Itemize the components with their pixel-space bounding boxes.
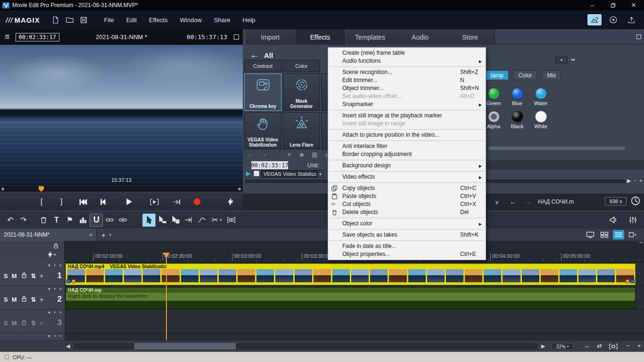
fx-prev-icon[interactable]: ← <box>247 151 253 158</box>
mixer-button[interactable] <box>626 214 639 227</box>
snap-button[interactable] <box>90 214 103 227</box>
zoom-out-button[interactable]: − <box>626 342 630 349</box>
split-dropdown-icon[interactable]: ▾ <box>220 218 222 222</box>
zoom-fit-icon[interactable] <box>609 344 618 351</box>
menu-item-attach-to-picture-position-in-the-video[interactable]: Attach to picture position in the video.… <box>328 131 486 139</box>
view-storyboard-icon[interactable] <box>627 230 638 239</box>
lock-icon[interactable] <box>21 272 27 280</box>
record-center-button[interactable] <box>607 14 619 25</box>
group-button[interactable] <box>103 214 116 227</box>
track-close-button[interactable]: × <box>59 310 62 315</box>
effect-tile-vegas-video-stabilization[interactable]: VEGAS Video Stabilization <box>244 112 281 149</box>
menu-help[interactable]: Help <box>243 16 256 24</box>
clip-handle-right-2[interactable] <box>626 280 629 283</box>
track-add-button[interactable]: + <box>53 263 56 268</box>
track-height-button[interactable]: ⇅ <box>31 320 36 327</box>
panel-menu-icon[interactable] <box>636 34 641 39</box>
track-collapse-button[interactable]: ▾ <box>48 310 50 315</box>
swatch-water[interactable]: Water <box>529 88 553 111</box>
collapse-panel-icon[interactable]: ▸◂ <box>571 57 574 62</box>
menu-item-anti-interlace-filter[interactable]: Anti interlace filter <box>328 142 486 150</box>
swatch-blue[interactable]: Blue <box>505 88 529 111</box>
clock-icon[interactable] <box>630 196 641 207</box>
mouse-mode-select-button[interactable] <box>142 214 156 227</box>
menu-item-object-trimmer[interactable]: Object trimmer...Shift+N <box>328 84 486 92</box>
swatch-black[interactable]: Black <box>505 111 529 134</box>
menu-item-object-properties[interactable]: Object properties...Ctrl+E <box>328 250 486 258</box>
restore-button[interactable] <box>603 0 623 10</box>
save-project-icon[interactable] <box>77 14 91 26</box>
scrub-position-marker[interactable] <box>39 186 44 192</box>
menu-item-delete-objects[interactable]: Delete objectsDel <box>328 208 486 216</box>
new-project-tab-button[interactable]: + <box>101 231 106 239</box>
mute-button[interactable]: M <box>12 272 17 280</box>
preview-timecode[interactable]: 00:02:33:17 <box>16 33 59 41</box>
menu-item-fade-in-date-as-title[interactable]: Fade in date as title... <box>328 242 486 250</box>
media-filename[interactable]: НАД СОЧИ.m <box>538 198 574 205</box>
track-add-button[interactable]: + <box>53 310 56 315</box>
clip-handle-right[interactable] <box>631 280 635 283</box>
menu-item-audio-functions[interactable]: Audio functions▶ <box>328 57 486 65</box>
menu-effects[interactable]: Effects <box>149 16 168 24</box>
track-add-button[interactable]: + <box>53 334 56 338</box>
clip-handle-left-2[interactable] <box>72 280 75 283</box>
menu-item-edit-trimmer[interactable]: Edit trimmer...N <box>328 76 486 84</box>
audio-meter-button[interactable] <box>76 214 90 227</box>
effect-enabled-checkbox[interactable]: ✓ <box>254 171 259 176</box>
bolt-dropdown-icon[interactable]: ▾ <box>231 200 233 204</box>
title-editor-button[interactable]: T <box>50 214 63 227</box>
mark-out-button[interactable]: ] <box>60 192 62 211</box>
effect-tile-mask-generator[interactable]: Mask Generator <box>283 74 320 111</box>
redo-button[interactable]: ↷ <box>17 214 30 227</box>
menu-item-border-cropping-adjustment[interactable]: Border cropping adjustment <box>328 150 486 158</box>
back-arrow-icon[interactable]: ← <box>250 49 259 60</box>
menu-edit[interactable]: Edit <box>126 16 137 24</box>
menu-share[interactable]: Share <box>214 16 231 24</box>
mouse-mode-curve-button[interactable] <box>195 214 208 227</box>
scroll-left-button[interactable]: ◀ <box>66 343 70 349</box>
scrollbar-thumb[interactable] <box>134 343 236 349</box>
chapter-marker-button[interactable]: ⚑ <box>63 214 76 227</box>
pool-zoom-in-icon[interactable]: + <box>639 178 642 183</box>
track-curve-button[interactable]: ÷ <box>40 272 43 280</box>
new-project-icon[interactable] <box>49 14 63 26</box>
menu-item-scene-recognition[interactable]: Scene recognition...Shift+Z <box>328 68 486 76</box>
effect-select[interactable]: VEGAS Video Stabiliza... <box>261 170 317 178</box>
track-curve-button[interactable]: ÷ <box>40 296 43 303</box>
scroll-right-button[interactable]: ▶ <box>541 343 545 349</box>
record-button[interactable] <box>193 192 201 211</box>
playhead-line[interactable] <box>166 257 167 340</box>
mute-button[interactable]: M <box>12 296 17 303</box>
zoom-in-button[interactable]: + <box>637 342 641 349</box>
zoom-swap-icon[interactable]: ⇄ <box>597 342 602 349</box>
track-close-button[interactable]: × <box>59 263 62 268</box>
audio-clip[interactable]: НАД СОЧИ.mр Right click to display the w… <box>66 287 636 309</box>
zoom-level-chip[interactable]: 22%▾ <box>552 343 573 350</box>
effect-select-dropdown-icon[interactable]: ▾ <box>317 170 324 178</box>
category-contrast[interactable]: Contrast <box>244 60 281 72</box>
mouse-mode-single-button[interactable] <box>156 214 169 227</box>
mark-in-button[interactable]: [ <box>41 192 42 211</box>
preview-scrub-bar[interactable] <box>0 185 243 192</box>
menu-window[interactable]: Window <box>180 16 202 24</box>
lock-icon[interactable] <box>21 296 27 304</box>
track-height-button[interactable]: ⇅ <box>31 272 36 280</box>
menu-item-video-effects[interactable]: Video effects▶ <box>328 173 486 181</box>
clip-handle-left[interactable] <box>66 280 70 283</box>
track-collapse-button[interactable]: ▾ <box>48 263 50 268</box>
right-panel-scrollbar-thumb[interactable] <box>488 147 625 150</box>
track-add-button[interactable]: + <box>53 287 56 291</box>
ungroup-button[interactable] <box>116 214 129 227</box>
track-collapse-button[interactable]: ▾ <box>48 334 50 338</box>
quick-action-bolt-button[interactable]: ▾ <box>228 192 233 211</box>
effect-tile-lens-flare[interactable]: Lens Flare <box>283 112 320 149</box>
minimize-button[interactable]: – <box>582 0 603 10</box>
right-panel-dropdown[interactable]: ▾ <box>555 57 568 64</box>
menu-item-object-color[interactable]: Object color▶ <box>328 220 486 228</box>
tab-templates[interactable]: Templates <box>345 29 395 45</box>
media-back-icon[interactable]: ← <box>510 197 517 206</box>
export-share-button[interactable] <box>587 14 602 25</box>
rp-tab-tamp[interactable]: tamp <box>486 70 509 80</box>
track-close-button[interactable]: × <box>59 334 62 338</box>
jump-start-button[interactable] <box>79 192 87 211</box>
